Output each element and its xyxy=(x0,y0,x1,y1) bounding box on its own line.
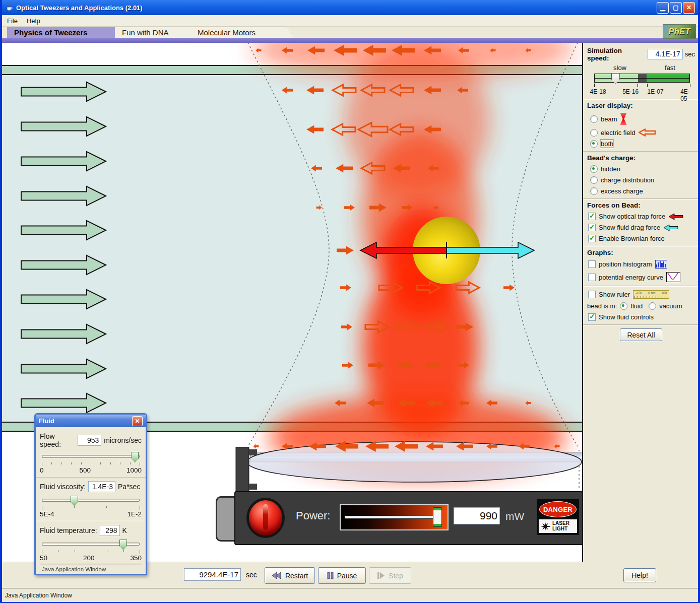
checkbox-optical-trap-force[interactable]: Show optical trap force xyxy=(588,213,695,220)
restart-icon xyxy=(272,572,282,579)
radio-vacuum[interactable] xyxy=(649,302,656,310)
restart-button[interactable]: Restart xyxy=(265,567,315,584)
temperature-field[interactable]: 298 xyxy=(100,525,120,536)
radio-beam[interactable]: beam xyxy=(590,113,695,125)
power-unit-label: mW xyxy=(505,510,524,522)
laser-display-header: Laser display: xyxy=(587,102,695,109)
slow-label: slow xyxy=(613,64,626,72)
ss-tick-2: 5E-16 xyxy=(622,88,639,95)
menu-file[interactable]: File xyxy=(7,17,18,25)
viscosity-slider[interactable] xyxy=(42,495,140,506)
radio-fluid[interactable] xyxy=(620,302,627,310)
checkbox-show-ruler[interactable]: Show ruler -1000 nm100 xyxy=(588,290,695,299)
flow-speed-slider[interactable] xyxy=(42,451,140,462)
viscosity-field[interactable]: 1.4E-3 xyxy=(88,481,115,492)
laser-control-unit: Power: 990 mW DANGER LASER LIGHT xyxy=(234,491,582,545)
fluid-dialog-titlebar[interactable]: Fluid ✕ xyxy=(36,415,146,427)
window-title: Optical Tweezers and Applications (2.01) xyxy=(16,4,143,12)
slider-groove xyxy=(345,516,439,519)
checkbox-show-fluid-controls[interactable]: Show fluid controls xyxy=(588,313,695,321)
danger-laser-sign: DANGER LASER LIGHT xyxy=(537,499,579,535)
radio-both[interactable]: both xyxy=(590,140,695,148)
trap-force-icon xyxy=(668,213,683,220)
flow-speed-label: Flow speed: xyxy=(40,432,75,448)
phet-logo[interactable]: PhET xyxy=(663,24,696,39)
tab-underline-band xyxy=(2,38,698,43)
histogram-icon xyxy=(655,260,667,269)
sim-speed-unit: sec xyxy=(685,50,695,58)
pause-button[interactable]: Pause xyxy=(318,567,366,584)
drag-force-icon xyxy=(663,224,678,231)
step-button[interactable]: Step xyxy=(369,567,411,584)
viscosity-label: Fluid viscosity: xyxy=(40,483,86,491)
bead-charge-header: Bead's charge: xyxy=(587,154,695,162)
radio-hidden[interactable]: hidden xyxy=(590,165,695,173)
title-bar[interactable]: Optical Tweezers and Applications (2.01)… xyxy=(2,0,698,15)
flow-speed-thumb[interactable] xyxy=(131,452,139,462)
pause-icon xyxy=(327,572,334,579)
laser-starburst-icon xyxy=(540,521,550,531)
graphs-header: Graphs: xyxy=(587,249,695,256)
menu-bar: File Help xyxy=(2,15,698,27)
power-label: Power: xyxy=(296,509,330,522)
minimize-button[interactable]: ▁ xyxy=(657,2,669,14)
ruler-icon: -1000 nm100 xyxy=(633,290,669,299)
time-field[interactable]: 9294.4E-17 xyxy=(184,568,241,581)
radio-electric-field[interactable]: electric field xyxy=(590,128,695,137)
sim-speed-header: Simulation speed: xyxy=(587,47,646,62)
laser-power-slider[interactable] xyxy=(340,504,449,530)
forces-header: Forces on Bead: xyxy=(587,202,695,209)
checkbox-brownian-force[interactable]: Enable Brownian force xyxy=(588,235,695,242)
flow-speed-field[interactable]: 953 xyxy=(78,435,101,446)
electric-field-icon xyxy=(639,128,656,137)
sim-speed-track[interactable] xyxy=(594,74,690,83)
status-bar: Java Application Window xyxy=(2,588,698,602)
temperature-label: Fluid temperature: xyxy=(40,526,97,534)
tab-bar: Physics of Tweezers Fun with DNA Molecul… xyxy=(2,27,698,38)
ss-tick-3: 1E-07 xyxy=(648,88,664,95)
tab-molecular-motors[interactable]: Molecular Motors xyxy=(190,27,293,38)
radio-excess-charge[interactable]: excess charge xyxy=(590,187,695,195)
dialog-status-bar: Java Application Window xyxy=(40,564,142,574)
laser-power-slider-thumb[interactable] xyxy=(433,507,442,527)
ss-tick-4: 4E-05 xyxy=(680,88,690,102)
checkbox-fluid-drag-force[interactable]: Show fluid drag force xyxy=(588,224,695,231)
viscosity-unit: Pa*sec xyxy=(118,483,140,491)
tab-fun-with-dna[interactable]: Fun with DNA xyxy=(115,27,198,38)
fluid-dialog[interactable]: Fluid ✕ Flow speed: 953 microns/sec 0 50… xyxy=(34,413,147,575)
temperature-unit: K xyxy=(122,526,127,534)
radio-charge-distribution[interactable]: charge distribution xyxy=(590,176,695,184)
temperature-thumb[interactable] xyxy=(119,540,127,550)
help-button[interactable]: Help! xyxy=(623,568,656,582)
java-app-icon xyxy=(5,4,13,12)
maximize-button[interactable]: ▢ xyxy=(670,2,682,14)
checkbox-potential-energy-curve[interactable]: potential energy curve xyxy=(588,272,695,282)
sim-speed-slider[interactable]: 4E-18 5E-16 1E-07 4E-05 xyxy=(594,73,690,96)
fluid-dialog-close-icon[interactable]: ✕ xyxy=(132,416,143,426)
time-unit-label: sec xyxy=(246,571,257,579)
sim-speed-field[interactable]: 4.1E-17 xyxy=(648,49,683,59)
ss-tick-1: 4E-18 xyxy=(590,88,606,95)
fast-label: fast xyxy=(665,64,675,72)
checkbox-position-histogram[interactable]: position histogram xyxy=(588,260,695,269)
step-icon xyxy=(377,572,385,579)
beam-icon xyxy=(620,113,627,125)
laser-power-button[interactable] xyxy=(246,498,285,538)
close-button[interactable]: ✕ xyxy=(683,2,695,14)
potential-curve-icon xyxy=(666,272,680,282)
menu-help[interactable]: Help xyxy=(27,17,40,25)
temperature-slider[interactable] xyxy=(42,539,140,550)
flow-speed-unit: microns/sec xyxy=(104,436,142,444)
control-panel: Simulation speed: 4.1E-17 sec slow fast … xyxy=(582,43,698,562)
bead-is-in-row: bead is in: fluid vacuum xyxy=(587,302,695,310)
viscosity-thumb[interactable] xyxy=(71,496,78,506)
lens-bracket xyxy=(236,447,249,492)
application-window: Optical Tweezers and Applications (2.01)… xyxy=(0,0,700,603)
laser-power-field[interactable]: 990 xyxy=(454,507,500,524)
tab-physics-of-tweezers[interactable]: Physics of Tweezers xyxy=(7,27,122,38)
reset-all-button[interactable]: Reset All xyxy=(620,328,662,341)
